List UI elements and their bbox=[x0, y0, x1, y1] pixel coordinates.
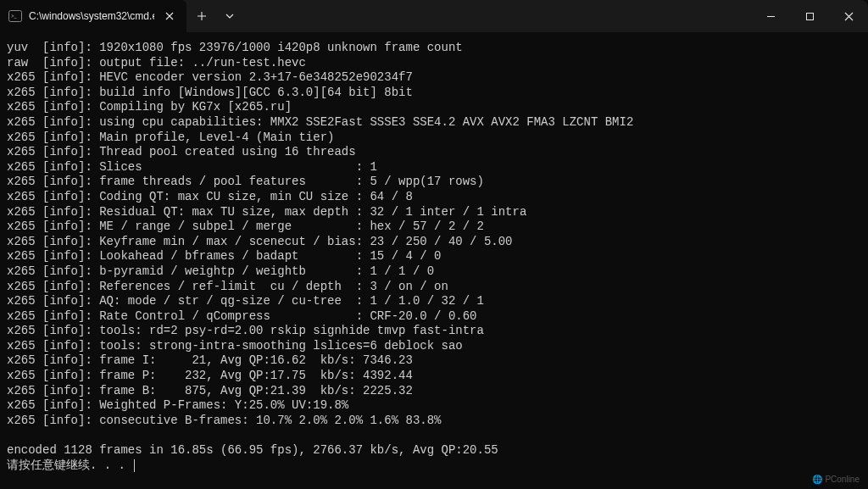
prompt-line: 请按任意键继续. . . bbox=[7, 458, 132, 472]
titlebar-drag-area[interactable] bbox=[242, 0, 751, 32]
svg-rect-2 bbox=[806, 13, 813, 19]
terminal-lines: yuv [info]: 1920x1080 fps 23976/1000 i42… bbox=[7, 41, 633, 457]
title-bar: >_ C:\windows\system32\cmd.ex bbox=[0, 0, 868, 32]
globe-icon: 🌐 bbox=[812, 475, 822, 484]
cursor bbox=[134, 459, 135, 472]
watermark-text: PConline bbox=[825, 475, 860, 484]
watermark: 🌐 PConline bbox=[812, 475, 860, 484]
tab-close-button[interactable] bbox=[161, 8, 178, 25]
close-button[interactable] bbox=[829, 0, 868, 32]
new-tab-button[interactable] bbox=[186, 0, 217, 32]
cmd-icon: >_ bbox=[8, 9, 22, 23]
maximize-button[interactable] bbox=[790, 0, 829, 32]
tab-dropdown-button[interactable] bbox=[217, 0, 242, 32]
minimize-button[interactable] bbox=[751, 0, 790, 32]
terminal-output[interactable]: yuv [info]: 1920x1080 fps 23976/1000 i42… bbox=[0, 32, 868, 478]
tab-title: C:\windows\system32\cmd.ex bbox=[29, 10, 154, 22]
tab-cmd[interactable]: >_ C:\windows\system32\cmd.ex bbox=[0, 0, 186, 32]
svg-text:>_: >_ bbox=[11, 14, 17, 19]
